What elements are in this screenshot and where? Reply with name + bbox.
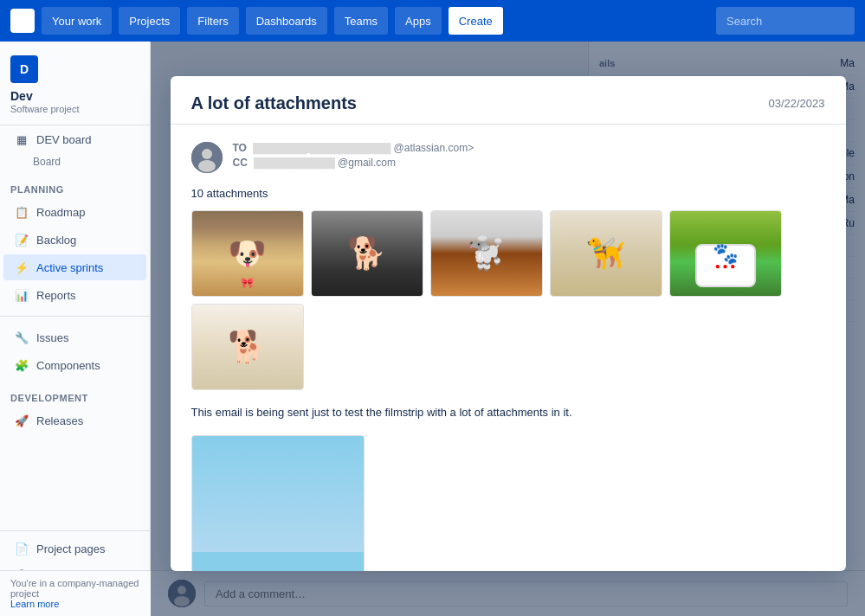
search-input[interactable] [716,7,855,35]
releases-label: Releases [36,414,83,427]
modal-date: 03/22/2023 [768,97,824,110]
attachment-thumb-4[interactable]: 🦮 [550,210,662,297]
create-button[interactable]: Create [449,7,503,35]
roadmap-label: Roadmap [36,206,85,219]
your-work-button[interactable]: Your work [42,7,112,35]
planning-divider [0,316,150,317]
project-pages-label: Project pages [36,542,106,555]
sidebar-item-releases[interactable]: 🚀 Releases [3,407,146,433]
sidebar-item-components[interactable]: 🧩 Components [3,352,146,378]
devboard-label: DEV board [36,133,92,146]
top-navigation: Your work Projects Filters Dashboards Te… [0,0,865,42]
attachments-grid: 🐶 🎀 🐕 🐩 [191,210,825,390]
components-label: Components [36,359,100,372]
learn-more-link[interactable]: Learn more [10,599,59,609]
sender-avatar [191,142,223,173]
apps-button[interactable]: Apps [395,7,442,35]
attachments-modal: A lot of attachments 03/22/2023 TO [171,76,846,571]
project-pages-icon: 📄 [14,541,29,556]
email-meta: TO ████████ ████████████ @atlassian.com>… [191,142,825,173]
backlog-icon: 📝 [14,232,29,247]
reports-label: Reports [36,289,76,302]
to-prefix: ████████ ████████████ [253,143,391,153]
devboard-sub: Board [0,153,150,170]
projects-button[interactable]: Projects [119,7,180,35]
sidebar-item-active-sprints[interactable]: ⚡ Active sprints [3,254,146,280]
releases-icon: 🚀 [14,413,29,428]
to-value: @atlassian.com> [394,142,474,154]
email-to-row: TO ████████ ████████████ @atlassian.com> [233,142,825,154]
managed-text: You're in a company-managed project [10,578,139,599]
modal-header: A lot of attachments 03/22/2023 [171,76,846,125]
development-section-label: DEVELOPMENT [0,379,150,407]
sidebar-item-backlog[interactable]: 📝 Backlog [3,227,146,253]
svg-point-2 [198,160,216,172]
sidebar-item-issues[interactable]: 🔧 Issues [3,324,146,350]
modal-overlay: A lot of attachments 03/22/2023 TO [151,42,865,616]
attachment-thumb-5[interactable]: ● ● ● 🐾 [669,210,782,297]
sidebar-project: D Dev Software project [0,42,150,125]
project-type: Software project [10,104,139,114]
email-fields: TO ████████ ████████████ @atlassian.com>… [233,142,825,171]
sidebar-item-devboard[interactable]: ▦ DEV board [3,126,146,152]
attachment-thumb-2[interactable]: 🐕 [311,210,423,297]
backlog-label: Backlog [36,234,76,247]
planning-section-label: PLANNING [0,170,150,198]
sidebar-item-project-pages[interactable]: 📄 Project pages [3,536,146,561]
project-icon: D [10,55,38,83]
project-name: Dev [10,88,139,104]
reports-icon: 📊 [14,287,29,303]
cc-prefix: ████████████ [254,157,335,168]
modal-body: TO ████████ ████████████ @atlassian.com>… [171,125,846,571]
dashboards-button[interactable]: Dashboards [246,7,327,35]
sidebar: D Dev Software project ▦ DEV board Board… [0,42,151,616]
active-sprints-icon: ⚡ [14,260,29,275]
modal-title: A lot of attachments [191,93,358,113]
attachments-count: 10 attachments [191,187,825,200]
cc-value: @gmail.com [338,157,396,169]
teams-button[interactable]: Teams [334,7,388,35]
issues-label: Issues [36,331,69,344]
sidebar-item-roadmap[interactable]: 📋 Roadmap [3,199,146,225]
jira-logo[interactable] [10,9,35,33]
attachment-thumb-3[interactable]: 🐩 [430,210,543,297]
active-sprints-label: Active sprints [36,261,103,274]
issues-icon: 🔧 [14,330,29,345]
components-icon: 🧩 [14,357,29,373]
svg-point-1 [202,149,212,159]
attachment-thumb-6[interactable]: 🐕 [191,304,304,390]
to-label: TO [233,142,247,154]
sidebar-item-reports[interactable]: 📊 Reports [3,282,146,308]
email-body-text: This email is being sent just to test th… [191,404,825,421]
board-icon: ▦ [14,132,29,147]
roadmap-icon: 📋 [14,204,29,220]
attachment-thumb-1[interactable]: 🐶 🎀 [191,210,304,297]
managed-project-banner: You're in a company-managed project Lear… [0,570,151,616]
email-cc-row: CC ████████████ @gmail.com [233,157,825,169]
filmstrip-image[interactable]: 🐶 🐶 🐾 [191,435,365,572]
cc-label: CC [233,157,248,169]
filters-button[interactable]: Filters [187,7,238,35]
